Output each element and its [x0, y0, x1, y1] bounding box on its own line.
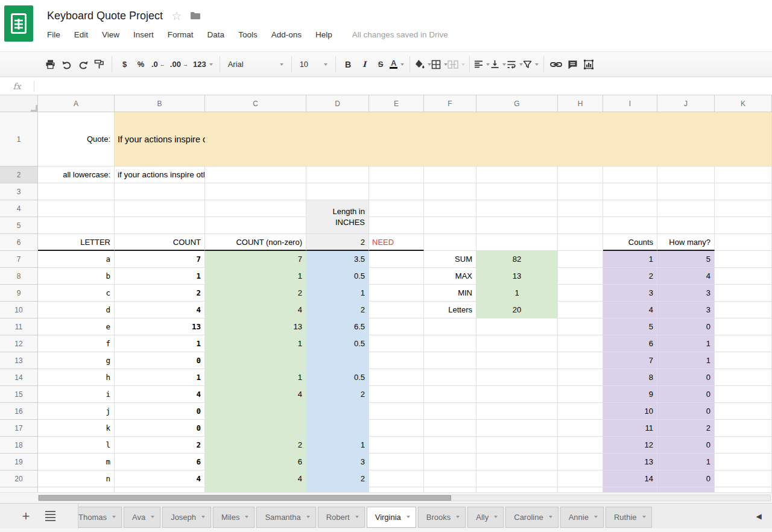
cell-E4[interactable] — [369, 200, 424, 217]
cell-I6[interactable]: Counts — [603, 234, 657, 251]
insert-chart-button[interactable] — [581, 56, 597, 72]
cell-K3[interactable] — [715, 183, 772, 200]
cell-B5[interactable] — [115, 217, 205, 234]
cell-B9[interactable]: 2 — [115, 285, 205, 302]
column-header-J[interactable]: J — [657, 95, 715, 112]
cell-A18[interactable]: l — [38, 437, 115, 454]
cell-H12[interactable] — [558, 335, 603, 352]
cell-G14[interactable] — [476, 369, 558, 386]
cell-F11[interactable] — [424, 318, 476, 335]
cell-E21[interactable] — [369, 487, 424, 492]
select-all-corner[interactable] — [0, 95, 38, 112]
menu-insert[interactable]: Insert — [133, 30, 154, 39]
menu-view[interactable]: View — [102, 30, 119, 39]
sheet-tab-brooks[interactable]: Brooks — [418, 507, 466, 528]
cell-A14[interactable]: h — [38, 369, 115, 386]
insert-comment-button[interactable] — [565, 56, 581, 72]
cell-H21[interactable] — [558, 487, 603, 492]
cell-E6[interactable]: NEED — [369, 234, 424, 251]
cell-E10[interactable] — [369, 302, 424, 318]
cell-C1[interactable] — [205, 112, 306, 166]
menu-data[interactable]: Data — [207, 30, 225, 39]
cell-H17[interactable] — [558, 420, 603, 437]
cell-B19[interactable]: 6 — [115, 454, 205, 470]
cell-H9[interactable] — [558, 285, 603, 302]
cell-D9[interactable]: 1 — [306, 285, 369, 302]
cell-H18[interactable] — [558, 437, 603, 454]
cell-G13[interactable] — [476, 352, 558, 369]
cell-B17[interactable]: 0 — [115, 420, 205, 437]
row-header-20[interactable]: 20 — [0, 470, 38, 487]
cell-D12[interactable]: 0.5 — [306, 335, 369, 352]
tab-menu-icon[interactable] — [594, 516, 598, 518]
cell-I3[interactable] — [603, 183, 657, 200]
cell-K10[interactable] — [715, 302, 772, 318]
column-header-G[interactable]: G — [476, 95, 558, 112]
cell-D19[interactable]: 3 — [306, 454, 369, 470]
cell-K6[interactable] — [715, 234, 772, 251]
cell-I13[interactable]: 7 — [603, 352, 657, 369]
cell-A17[interactable]: k — [38, 420, 115, 437]
text-color-button[interactable]: A — [389, 56, 405, 72]
row-header-12[interactable]: 12 — [0, 335, 38, 352]
row-header-5[interactable]: 5 — [0, 217, 38, 234]
cell-K5[interactable] — [715, 217, 772, 234]
undo-button[interactable] — [59, 56, 75, 72]
cell-G11[interactable] — [476, 318, 558, 335]
cell-I11[interactable]: 5 — [603, 318, 657, 335]
cell-F14[interactable] — [424, 369, 476, 386]
sheet-tab-caroline[interactable]: Caroline — [505, 507, 558, 528]
cell-F2[interactable] — [424, 166, 476, 183]
cell-K13[interactable] — [715, 352, 772, 369]
menu-tools[interactable]: Tools — [238, 30, 258, 39]
cell-D6[interactable]: 2 — [306, 234, 369, 251]
cell-E15[interactable] — [369, 386, 424, 403]
cell-H3[interactable] — [558, 183, 603, 200]
cell-J16[interactable]: 0 — [657, 403, 715, 420]
cell-I20[interactable]: 14 — [603, 470, 657, 487]
cell-B6[interactable]: COUNT — [115, 234, 205, 251]
cell-A15[interactable]: i — [38, 386, 115, 403]
cell-K18[interactable] — [715, 437, 772, 454]
cell-I12[interactable]: 6 — [603, 335, 657, 352]
tab-scroll-left-icon[interactable]: ◀ — [745, 512, 772, 521]
cell-C7[interactable]: 7 — [205, 251, 306, 268]
cell-F5[interactable] — [424, 217, 476, 234]
cell-F1[interactable] — [424, 112, 476, 166]
cell-E2[interactable] — [369, 166, 424, 183]
row-header-1[interactable]: 1 — [0, 112, 38, 166]
scrollbar-track[interactable] — [38, 495, 771, 501]
row-header-18[interactable]: 18 — [0, 437, 38, 454]
cell-J9[interactable]: 3 — [657, 285, 715, 302]
cell-G21[interactable] — [476, 487, 558, 492]
bold-button[interactable]: B — [340, 56, 356, 72]
cell-G1[interactable] — [476, 112, 558, 166]
cell-A20[interactable]: n — [38, 470, 115, 487]
cell-I21[interactable] — [603, 487, 657, 492]
cell-D11[interactable]: 6.5 — [306, 318, 369, 335]
cell-C18[interactable]: 2 — [205, 437, 306, 454]
cell-J13[interactable]: 1 — [657, 352, 715, 369]
cell-C5[interactable] — [205, 217, 306, 234]
cell-H1[interactable] — [558, 112, 603, 166]
cell-D5[interactable]: INCHES — [306, 217, 369, 234]
cell-B8[interactable]: 1 — [115, 268, 205, 285]
menu-addons[interactable]: Add-ons — [271, 30, 302, 39]
cell-B15[interactable]: 4 — [115, 386, 205, 403]
menu-format[interactable]: Format — [168, 30, 194, 39]
cell-I8[interactable]: 2 — [603, 268, 657, 285]
print-button[interactable] — [42, 56, 59, 72]
cell-F16[interactable] — [424, 403, 476, 420]
column-header-F[interactable]: F — [424, 95, 476, 112]
column-header-D[interactable]: D — [306, 95, 369, 112]
cell-I10[interactable]: 4 — [603, 302, 657, 318]
menu-edit[interactable]: Edit — [74, 30, 88, 39]
sheet-tab-thomas[interactable]: Thomas — [78, 507, 122, 528]
cell-F7[interactable]: SUM — [424, 251, 476, 268]
cell-B10[interactable]: 4 — [115, 302, 205, 318]
cell-J4[interactable] — [657, 200, 715, 217]
cell-A9[interactable]: c — [38, 285, 115, 302]
cell-G9[interactable]: 1 — [476, 285, 558, 302]
cell-J6[interactable]: How many? — [657, 234, 715, 251]
cell-F12[interactable] — [424, 335, 476, 352]
